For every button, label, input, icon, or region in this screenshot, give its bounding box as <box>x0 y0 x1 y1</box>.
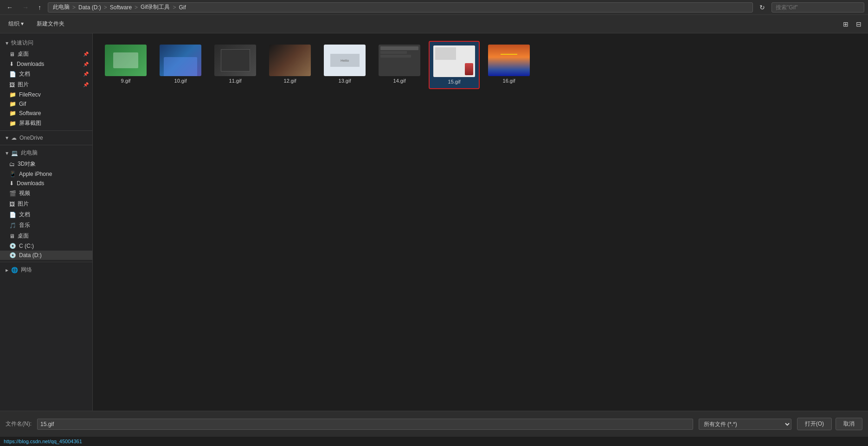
sidebar-item-label: 图片 <box>18 200 29 208</box>
file-name-15: 15.gif <box>448 79 461 84</box>
pictures-pc-icon: 🖼 <box>9 201 15 207</box>
sidebar-item-music[interactable]: 🎵 音乐 <box>0 220 92 231</box>
onedrive-header[interactable]: ▾ ☁ OneDrive <box>0 133 92 143</box>
main-area: ▾ 快速访问 🖥 桌面 📌 ⬇ Downloads 📌 📄 文档 📌 🖼 图片 … <box>0 33 868 411</box>
filename-label: 文件名(N): <box>6 420 32 428</box>
sidebar-item-label: 文档 <box>19 70 30 78</box>
file-item-14[interactable]: 14.gif <box>374 41 425 89</box>
sidebar-item-label: 3D对象 <box>18 160 36 168</box>
file-item-10[interactable]: 10.gif <box>155 41 206 89</box>
sidebar-item-label: 视频 <box>19 189 30 197</box>
sidebar-item-downloads-qa[interactable]: ⬇ Downloads 📌 <box>0 59 92 69</box>
pin-icon: 📌 <box>83 82 89 87</box>
file-item-16[interactable]: 16.gif <box>483 41 534 89</box>
file-thumb-14 <box>379 45 420 76</box>
new-folder-btn[interactable]: 新建文件夹 <box>32 18 69 30</box>
organize-btn[interactable]: 组织 ▾ <box>4 18 28 30</box>
content-area: 9.gif 10.gif 11.gif 12.gi <box>93 33 868 411</box>
music-icon: 🎵 <box>9 222 16 229</box>
title-bar: ← → ↑ 此电脑 > Data (D:) > Software > Gif录制… <box>0 0 868 15</box>
crumb-datad[interactable]: Data (D:) <box>77 4 102 11</box>
sidebar-item-software-qa[interactable]: 📁 Software <box>0 109 92 118</box>
file-name-12: 12.gif <box>284 78 296 84</box>
gif-icon: 📁 <box>9 101 16 107</box>
sidebar-item-label: Software <box>19 110 41 116</box>
sidebar-item-apple-iphone[interactable]: 📱 Apple iPhone <box>0 169 92 179</box>
file-thumb-11 <box>214 45 256 76</box>
file-thumb-15 <box>433 45 475 77</box>
sidebar-item-label: Downloads <box>17 61 44 67</box>
view-options: ⊞ ⊟ <box>840 19 864 29</box>
file-item-12[interactable]: 12.gif <box>264 41 315 89</box>
crumb-gif-tool[interactable]: Gif录制工具 <box>140 3 171 11</box>
sidebar-item-filerecv[interactable]: 📁 FileRecv <box>0 90 92 99</box>
view-split-btn[interactable]: ⊟ <box>853 19 864 29</box>
c-drive-icon: 💿 <box>9 243 16 249</box>
videos-icon: 🎬 <box>9 190 16 197</box>
sidebar-item-desktop-pc[interactable]: 🖥 桌面 <box>0 231 92 241</box>
crumb-pc[interactable]: 此电脑 <box>52 3 71 11</box>
sidebar-item-downloads-pc[interactable]: ⬇ Downloads <box>0 179 92 188</box>
sidebar-item-pics-qa[interactable]: 🖼 图片 📌 <box>0 79 92 90</box>
file-thumb-10 <box>160 45 201 76</box>
open-btn[interactable]: 打开(O) <box>797 418 832 430</box>
status-action-btns: 打开(O) 取消 <box>797 418 862 430</box>
sidebar-item-c-drive[interactable]: 💿 C (C:) <box>0 241 92 251</box>
sidebar-item-label: 屏幕截图 <box>19 119 41 127</box>
sidebar-item-d-drive[interactable]: 💿 Data (D:) <box>0 251 92 260</box>
file-thumb-16 <box>488 45 530 76</box>
search-bar[interactable] <box>772 2 864 13</box>
sidebar-item-videos[interactable]: 🎬 视频 <box>0 188 92 199</box>
file-item-13[interactable]: Hello 13.gif <box>319 41 370 89</box>
crumb-software[interactable]: Software <box>109 4 133 11</box>
nav-up-btn[interactable]: ↑ <box>35 3 44 12</box>
nav-back-btn[interactable]: ← <box>4 3 16 12</box>
search-input[interactable] <box>776 4 860 11</box>
file-item-9[interactable]: 9.gif <box>100 41 151 89</box>
sidebar-item-gif[interactable]: 📁 Gif <box>0 99 92 109</box>
divider-3 <box>0 262 92 262</box>
sidebar-item-screenshot[interactable]: 📁 屏幕截图 <box>0 118 92 129</box>
3dobjects-icon: 🗂 <box>9 161 15 168</box>
sidebar-item-docs-qa[interactable]: 📄 文档 📌 <box>0 69 92 79</box>
bottom-link-bar: https://blog.csdn.net/qq_45004361 <box>0 437 868 446</box>
quick-access-header[interactable]: ▾ 快速访问 <box>0 37 92 49</box>
filetype-dropdown[interactable]: 所有文件 (*.*) <box>699 419 791 430</box>
network-label: 网络 <box>21 266 32 274</box>
sidebar-item-documents-pc[interactable]: 📄 文档 <box>0 209 92 220</box>
divider-2 <box>0 145 92 145</box>
sidebar-item-pictures-pc[interactable]: 🖼 图片 <box>0 199 92 209</box>
pin-icon: 📌 <box>83 62 89 67</box>
pin-icon: 📌 <box>83 71 89 77</box>
sidebar-item-3dobjects[interactable]: 🗂 3D对象 <box>0 159 92 169</box>
docs-qa-icon: 📄 <box>9 71 16 78</box>
pc-expand-icon: ▾ <box>6 150 8 156</box>
address-bar[interactable]: 此电脑 > Data (D:) > Software > Gif录制工具 > G… <box>48 2 753 13</box>
crumb-gif[interactable]: Gif <box>178 4 186 11</box>
network-header[interactable]: ▸ 🌐 网络 <box>0 264 92 276</box>
toolbar: 组织 ▾ 新建文件夹 ⊞ ⊟ <box>0 15 868 33</box>
d-drive-icon: 💿 <box>9 252 16 259</box>
sidebar-item-desktop-qa[interactable]: 🖥 桌面 📌 <box>0 49 92 59</box>
sidebar-item-label: 图片 <box>18 81 29 89</box>
nav-forward-btn[interactable]: → <box>19 3 32 12</box>
sidebar-item-label: FileRecv <box>19 91 41 98</box>
refresh-btn[interactable]: ↻ <box>757 3 768 12</box>
file-name-13: 13.gif <box>339 78 351 84</box>
sidebar-item-label: 音乐 <box>19 221 30 229</box>
filename-input[interactable] <box>37 419 693 430</box>
file-name-9: 9.gif <box>121 78 131 84</box>
file-item-15[interactable]: 15.gif <box>429 41 480 89</box>
downloads-qa-icon: ⬇ <box>9 61 14 67</box>
cancel-btn[interactable]: 取消 <box>836 418 862 430</box>
bottom-link-text[interactable]: https://blog.csdn.net/qq_45004361 <box>4 439 82 444</box>
sidebar: ▾ 快速访问 🖥 桌面 📌 ⬇ Downloads 📌 📄 文档 📌 🖼 图片 … <box>0 33 93 411</box>
apple-iphone-icon: 📱 <box>9 171 16 177</box>
desktop-qa-icon: 🖥 <box>9 51 15 58</box>
view-toggle-btn[interactable]: ⊞ <box>840 19 851 29</box>
pc-icon: 💻 <box>11 150 18 156</box>
pc-header[interactable]: ▾ 💻 此电脑 <box>0 147 92 159</box>
file-item-11[interactable]: 11.gif <box>210 41 261 89</box>
sidebar-item-label: 桌面 <box>18 50 29 58</box>
file-name-11: 11.gif <box>229 78 242 84</box>
